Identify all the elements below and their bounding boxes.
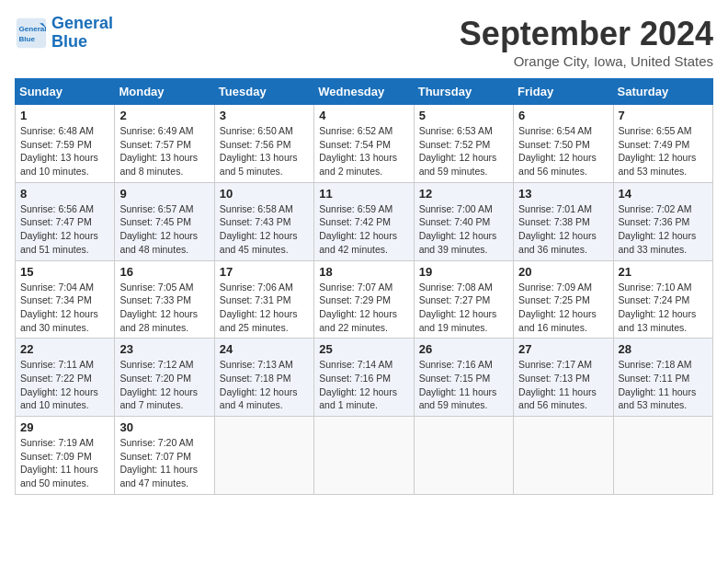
calendar-week-5: 29Sunrise: 7:19 AMSunset: 7:09 PMDayligh… bbox=[16, 417, 713, 495]
calendar-cell bbox=[214, 417, 313, 495]
weekday-header-thursday: Thursday bbox=[414, 79, 513, 105]
day-detail: Sunrise: 6:54 AMSunset: 7:50 PMDaylight:… bbox=[518, 124, 608, 178]
calendar-cell: 20Sunrise: 7:09 AMSunset: 7:25 PMDayligh… bbox=[514, 260, 613, 339]
day-number: 24 bbox=[220, 342, 309, 356]
day-number: 29 bbox=[20, 420, 109, 434]
calendar-cell: 27Sunrise: 7:17 AMSunset: 7:13 PMDayligh… bbox=[514, 339, 613, 417]
calendar-cell: 25Sunrise: 7:14 AMSunset: 7:16 PMDayligh… bbox=[314, 339, 414, 417]
title-area: September 2024 Orange City, Iowa, United… bbox=[460, 15, 713, 69]
calendar-cell: 30Sunrise: 7:20 AMSunset: 7:07 PMDayligh… bbox=[115, 417, 214, 495]
day-number: 30 bbox=[119, 420, 209, 434]
day-number: 9 bbox=[119, 187, 209, 201]
calendar-cell: 21Sunrise: 7:10 AMSunset: 7:24 PMDayligh… bbox=[613, 260, 712, 339]
day-detail: Sunrise: 6:55 AMSunset: 7:49 PMDaylight:… bbox=[619, 124, 708, 178]
calendar-cell: 10Sunrise: 6:58 AMSunset: 7:43 PMDayligh… bbox=[214, 182, 313, 260]
logo-icon: General Blue bbox=[15, 17, 48, 50]
day-number: 28 bbox=[619, 342, 708, 356]
weekday-header-wednesday: Wednesday bbox=[314, 79, 414, 105]
calendar-cell: 23Sunrise: 7:12 AMSunset: 7:20 PMDayligh… bbox=[115, 339, 214, 417]
calendar-cell: 1Sunrise: 6:48 AMSunset: 7:59 PMDaylight… bbox=[16, 105, 115, 183]
day-detail: Sunrise: 7:02 AMSunset: 7:36 PMDaylight:… bbox=[619, 202, 708, 257]
day-number: 14 bbox=[619, 187, 708, 201]
calendar-cell: 6Sunrise: 6:54 AMSunset: 7:50 PMDaylight… bbox=[514, 105, 613, 183]
day-number: 27 bbox=[518, 342, 608, 356]
calendar-cell bbox=[314, 417, 414, 495]
calendar-cell: 19Sunrise: 7:08 AMSunset: 7:27 PMDayligh… bbox=[414, 260, 513, 339]
day-detail: Sunrise: 7:05 AMSunset: 7:33 PMDaylight:… bbox=[119, 281, 209, 335]
calendar-week-3: 15Sunrise: 7:04 AMSunset: 7:34 PMDayligh… bbox=[16, 260, 713, 339]
calendar-cell: 11Sunrise: 6:59 AMSunset: 7:42 PMDayligh… bbox=[314, 182, 414, 260]
calendar-cell bbox=[414, 417, 513, 495]
logo: General Blue GeneralBlue bbox=[15, 15, 113, 52]
day-number: 7 bbox=[619, 109, 708, 122]
calendar-week-2: 8Sunrise: 6:56 AMSunset: 7:47 PMDaylight… bbox=[16, 182, 713, 260]
svg-text:Blue: Blue bbox=[19, 35, 36, 43]
day-detail: Sunrise: 7:16 AMSunset: 7:15 PMDaylight:… bbox=[419, 358, 508, 412]
calendar-cell: 5Sunrise: 6:53 AMSunset: 7:52 PMDaylight… bbox=[414, 105, 513, 183]
calendar-cell: 7Sunrise: 6:55 AMSunset: 7:49 PMDaylight… bbox=[613, 105, 712, 183]
day-detail: Sunrise: 7:10 AMSunset: 7:24 PMDaylight:… bbox=[619, 281, 708, 335]
day-number: 4 bbox=[319, 109, 408, 122]
calendar-cell: 26Sunrise: 7:16 AMSunset: 7:15 PMDayligh… bbox=[414, 339, 513, 417]
day-number: 18 bbox=[319, 265, 408, 279]
day-number: 25 bbox=[319, 342, 408, 356]
day-number: 16 bbox=[119, 265, 209, 279]
weekday-header-saturday: Saturday bbox=[613, 79, 712, 105]
calendar-cell: 28Sunrise: 7:18 AMSunset: 7:11 PMDayligh… bbox=[613, 339, 712, 417]
weekday-header-tuesday: Tuesday bbox=[214, 79, 313, 105]
month-title: September 2024 bbox=[460, 15, 713, 53]
day-number: 5 bbox=[419, 109, 508, 122]
day-detail: Sunrise: 6:56 AMSunset: 7:47 PMDaylight:… bbox=[20, 202, 109, 257]
day-number: 23 bbox=[119, 342, 209, 356]
day-detail: Sunrise: 7:07 AMSunset: 7:29 PMDaylight:… bbox=[319, 281, 408, 335]
day-detail: Sunrise: 6:48 AMSunset: 7:59 PMDaylight:… bbox=[20, 124, 109, 178]
day-detail: Sunrise: 7:09 AMSunset: 7:25 PMDaylight:… bbox=[518, 281, 608, 335]
location: Orange City, Iowa, United States bbox=[460, 53, 713, 69]
day-detail: Sunrise: 7:14 AMSunset: 7:16 PMDaylight:… bbox=[319, 358, 408, 412]
day-number: 11 bbox=[319, 187, 408, 201]
calendar-cell: 9Sunrise: 6:57 AMSunset: 7:45 PMDaylight… bbox=[115, 182, 214, 260]
weekday-header-row: SundayMondayTuesdayWednesdayThursdayFrid… bbox=[16, 79, 713, 105]
calendar-cell: 12Sunrise: 7:00 AMSunset: 7:40 PMDayligh… bbox=[414, 182, 513, 260]
calendar-cell: 4Sunrise: 6:52 AMSunset: 7:54 PMDaylight… bbox=[314, 105, 414, 183]
day-detail: Sunrise: 6:49 AMSunset: 7:57 PMDaylight:… bbox=[119, 124, 209, 178]
calendar-cell: 22Sunrise: 7:11 AMSunset: 7:22 PMDayligh… bbox=[16, 339, 115, 417]
day-detail: Sunrise: 7:18 AMSunset: 7:11 PMDaylight:… bbox=[619, 358, 708, 412]
day-detail: Sunrise: 6:59 AMSunset: 7:42 PMDaylight:… bbox=[319, 202, 408, 257]
day-number: 21 bbox=[619, 265, 708, 279]
day-number: 10 bbox=[220, 187, 309, 201]
day-detail: Sunrise: 7:00 AMSunset: 7:40 PMDaylight:… bbox=[419, 202, 508, 257]
calendar-cell: 15Sunrise: 7:04 AMSunset: 7:34 PMDayligh… bbox=[16, 260, 115, 339]
day-detail: Sunrise: 7:06 AMSunset: 7:31 PMDaylight:… bbox=[220, 281, 309, 335]
day-detail: Sunrise: 6:53 AMSunset: 7:52 PMDaylight:… bbox=[419, 124, 508, 178]
day-detail: Sunrise: 6:57 AMSunset: 7:45 PMDaylight:… bbox=[119, 202, 209, 257]
day-number: 6 bbox=[518, 109, 608, 122]
calendar-cell: 14Sunrise: 7:02 AMSunset: 7:36 PMDayligh… bbox=[613, 182, 712, 260]
calendar-week-4: 22Sunrise: 7:11 AMSunset: 7:22 PMDayligh… bbox=[16, 339, 713, 417]
day-number: 19 bbox=[419, 265, 508, 279]
weekday-header-friday: Friday bbox=[514, 79, 613, 105]
day-detail: Sunrise: 7:19 AMSunset: 7:09 PMDaylight:… bbox=[20, 436, 109, 490]
day-number: 15 bbox=[20, 265, 109, 279]
calendar-cell bbox=[613, 417, 712, 495]
calendar-cell: 17Sunrise: 7:06 AMSunset: 7:31 PMDayligh… bbox=[214, 260, 313, 339]
day-detail: Sunrise: 7:04 AMSunset: 7:34 PMDaylight:… bbox=[20, 281, 109, 335]
day-detail: Sunrise: 7:17 AMSunset: 7:13 PMDaylight:… bbox=[518, 358, 608, 412]
calendar-cell: 2Sunrise: 6:49 AMSunset: 7:57 PMDaylight… bbox=[115, 105, 214, 183]
calendar-cell: 29Sunrise: 7:19 AMSunset: 7:09 PMDayligh… bbox=[16, 417, 115, 495]
day-number: 20 bbox=[518, 265, 608, 279]
header: General Blue GeneralBlue September 2024 … bbox=[15, 15, 713, 69]
day-number: 13 bbox=[518, 187, 608, 201]
calendar-cell: 3Sunrise: 6:50 AMSunset: 7:56 PMDaylight… bbox=[214, 105, 313, 183]
calendar-cell: 16Sunrise: 7:05 AMSunset: 7:33 PMDayligh… bbox=[115, 260, 214, 339]
calendar-cell: 18Sunrise: 7:07 AMSunset: 7:29 PMDayligh… bbox=[314, 260, 414, 339]
calendar-cell: 8Sunrise: 6:56 AMSunset: 7:47 PMDaylight… bbox=[16, 182, 115, 260]
day-detail: Sunrise: 6:52 AMSunset: 7:54 PMDaylight:… bbox=[319, 124, 408, 178]
svg-text:General: General bbox=[19, 25, 47, 33]
day-detail: Sunrise: 6:50 AMSunset: 7:56 PMDaylight:… bbox=[220, 124, 309, 178]
day-number: 22 bbox=[20, 342, 109, 356]
day-number: 2 bbox=[119, 109, 209, 122]
day-detail: Sunrise: 7:13 AMSunset: 7:18 PMDaylight:… bbox=[220, 358, 309, 412]
calendar-table: SundayMondayTuesdayWednesdayThursdayFrid… bbox=[15, 78, 713, 495]
logo-text: GeneralBlue bbox=[51, 15, 113, 52]
